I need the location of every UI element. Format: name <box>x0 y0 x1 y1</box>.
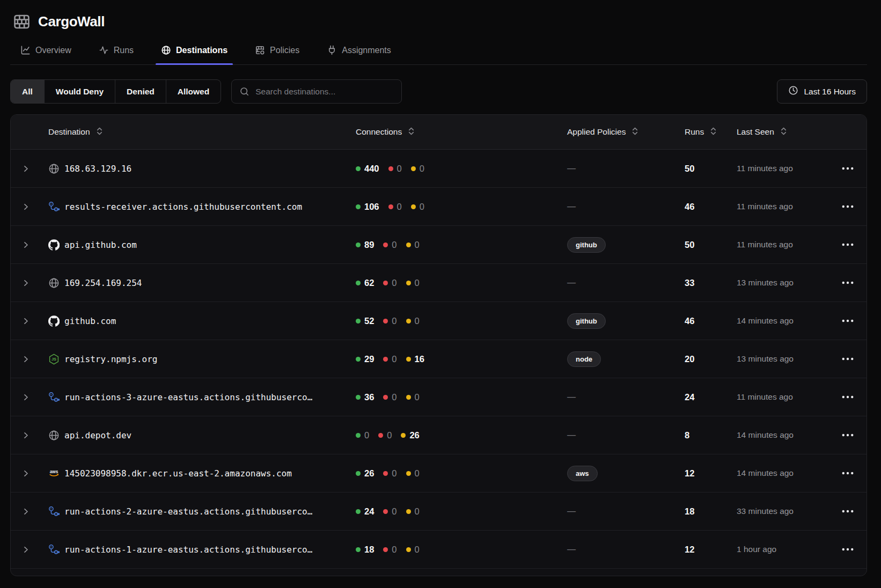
expand-row-button[interactable] <box>11 493 41 530</box>
runs-count: 46 <box>685 316 737 326</box>
policy-badge: github <box>567 313 606 329</box>
applied-policies-cell: github <box>567 237 685 253</box>
row-actions-menu-button[interactable] <box>838 162 858 175</box>
filter-all[interactable]: All <box>11 80 45 103</box>
row-actions-menu-button[interactable] <box>838 314 858 327</box>
tab-overview[interactable]: Overview <box>15 45 77 64</box>
time-range-button[interactable]: Last 16 Hours <box>777 79 868 104</box>
runs-count: 50 <box>685 240 737 250</box>
row-actions-menu-button[interactable] <box>838 505 858 518</box>
expand-row-button[interactable] <box>11 531 41 568</box>
would-deny-dot-icon <box>406 319 411 324</box>
row-actions-menu-button[interactable] <box>838 391 858 403</box>
tab-destinations[interactable]: Destinations <box>156 45 233 64</box>
table-row[interactable]: run-actions-3-azure-eastus.actions.githu… <box>11 378 867 416</box>
column-header-runs[interactable]: Runs <box>685 127 737 137</box>
table-row[interactable]: 168.63.129.16 440 0 0 — 50 11 minutes ag… <box>11 150 867 188</box>
destination-name: 168.63.129.16 <box>64 164 131 174</box>
last-seen: 14 minutes ago <box>737 430 828 440</box>
expand-row-button[interactable] <box>11 302 41 340</box>
runs-count: 12 <box>685 468 737 479</box>
tab-runs[interactable]: Runs <box>93 45 139 64</box>
filter-allowed[interactable]: Allowed <box>166 80 221 103</box>
destination-name: api.depot.dev <box>64 430 131 440</box>
expand-row-button[interactable] <box>11 150 41 187</box>
brick-wall-logo-icon <box>13 13 31 31</box>
row-actions-menu-button[interactable] <box>838 467 858 480</box>
runs-count: 50 <box>685 164 737 174</box>
column-header-applied-policies[interactable]: Applied Policies <box>567 127 685 137</box>
expand-row-button[interactable] <box>11 226 41 263</box>
actions-icon <box>48 392 60 403</box>
column-header-last-seen[interactable]: Last Seen <box>737 127 828 137</box>
expand-row-button[interactable] <box>11 264 41 302</box>
actions-icon <box>48 201 60 212</box>
column-header-destination[interactable]: Destination <box>41 127 356 137</box>
actions-icon <box>48 506 60 517</box>
allowed-count: 62 <box>364 278 374 288</box>
would-deny-dot-icon <box>406 509 411 514</box>
last-seen: 1 hour ago <box>737 545 828 554</box>
would-deny-count: 0 <box>420 164 424 174</box>
denied-dot-icon <box>383 242 388 247</box>
connections-cell: 18 0 0 <box>356 545 567 555</box>
expand-row-button[interactable] <box>11 416 41 454</box>
would-deny-count: 0 <box>415 392 420 402</box>
row-actions-menu-button[interactable] <box>838 238 858 251</box>
connections-cell: 89 0 0 <box>356 240 567 250</box>
would-deny-dot-icon <box>406 547 411 552</box>
expand-row-button[interactable] <box>11 454 41 492</box>
tab-assignments[interactable]: Assignments <box>321 45 397 64</box>
would-deny-count: 26 <box>409 430 419 440</box>
expand-row-button[interactable] <box>11 340 41 378</box>
row-actions-menu-button[interactable] <box>838 352 858 365</box>
applied-policies-cell: aws <box>567 466 685 481</box>
table-row[interactable]: github.com 52 0 0 github 46 14 minutes a… <box>11 302 867 340</box>
table-row[interactable]: run-actions-2-azure-eastus.actions.githu… <box>11 493 867 531</box>
denied-dot-icon <box>388 166 393 171</box>
table-row[interactable]: results-receiver.actions.githubuserconte… <box>11 188 867 226</box>
destination-name: run-actions-3-azure-eastus.actions.githu… <box>64 392 312 402</box>
denied-count: 0 <box>392 506 397 517</box>
actions-icon <box>48 544 60 555</box>
globe-icon <box>161 45 171 55</box>
would-deny-dot-icon <box>406 242 411 247</box>
github-icon <box>48 239 60 251</box>
connections-cell: 36 0 0 <box>356 392 567 402</box>
expand-row-button[interactable] <box>11 188 41 225</box>
connections-cell: 26 0 0 <box>356 468 567 479</box>
would-deny-dot-icon <box>411 204 416 209</box>
filter-denied[interactable]: Denied <box>115 80 166 103</box>
status-filter-group: All Would Deny Denied Allowed <box>10 79 221 104</box>
column-header-connections[interactable]: Connections <box>356 127 567 137</box>
search-input[interactable] <box>231 79 402 104</box>
destination-name: run-actions-2-azure-eastus.actions.githu… <box>64 506 312 517</box>
row-actions-menu-button[interactable] <box>838 543 858 556</box>
destination-name: registry.npmjs.org <box>64 354 157 364</box>
table-row[interactable]: JS registry.npmjs.org 29 0 16 node 20 13… <box>11 340 867 378</box>
tab-policies[interactable]: Policies <box>249 45 305 64</box>
destination-name: api.github.com <box>64 240 137 250</box>
runs-count: 8 <box>685 430 737 440</box>
filter-would-deny[interactable]: Would Deny <box>45 80 115 103</box>
table-row[interactable]: 169.254.169.254 62 0 0 — 33 13 minutes a… <box>11 264 867 302</box>
row-actions-menu-button[interactable] <box>838 200 858 213</box>
table-row[interactable]: api.github.com 89 0 0 github 50 11 minut… <box>11 226 867 264</box>
sort-icon <box>96 127 103 137</box>
applied-policies-cell: — <box>567 392 685 402</box>
last-seen: 11 minutes ago <box>737 202 828 211</box>
table-row[interactable]: run-actions-1-azure-eastus.actions.githu… <box>11 531 867 569</box>
allowed-dot-icon <box>356 281 361 285</box>
applied-policies-cell: — <box>567 545 685 554</box>
would-deny-count: 0 <box>415 240 420 250</box>
allowed-dot-icon <box>356 319 361 324</box>
sort-icon <box>710 127 717 137</box>
row-actions-menu-button[interactable] <box>838 429 858 442</box>
row-actions-menu-button[interactable] <box>838 276 858 289</box>
plug-icon <box>327 45 337 55</box>
table-row[interactable]: api.depot.dev 0 0 26 — 8 14 minutes ago <box>11 416 867 454</box>
allowed-count: 24 <box>364 506 374 517</box>
expand-row-button[interactable] <box>11 378 41 416</box>
table-row[interactable]: aws 145023098958.dkr.ecr.us-east-2.amazo… <box>11 454 867 493</box>
aws-icon: aws <box>48 468 60 479</box>
